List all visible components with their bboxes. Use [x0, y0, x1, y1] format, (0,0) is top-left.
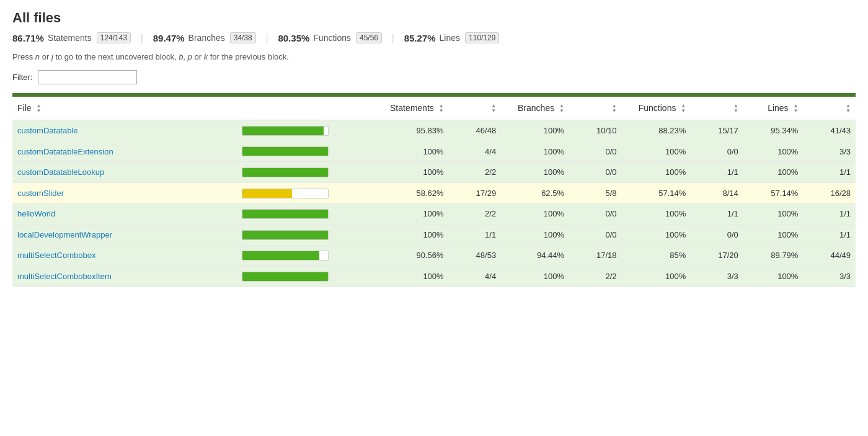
data-cell: 1/1	[691, 162, 743, 183]
data-cell: 1/1	[803, 203, 856, 225]
data-cell: 94.44%	[501, 245, 569, 266]
file-cell: helloWorld	[12, 203, 237, 225]
progress-bar-cell	[237, 182, 371, 203]
file-link[interactable]: customSlider	[17, 189, 64, 198]
col-functions[interactable]: Functions ▲▼	[622, 97, 691, 120]
progress-bar-fill	[242, 147, 328, 156]
lines-badge: 110/129	[465, 32, 499, 43]
data-cell: 2/2	[449, 162, 502, 183]
data-cell: 3/3	[803, 141, 856, 162]
page-title: All files	[12, 10, 856, 26]
file-cell: customDatatableExtension	[12, 141, 237, 162]
data-cell: 62.5%	[501, 182, 569, 203]
progress-bar-fill	[242, 127, 324, 135]
hint-text: Press n or j to go to the next uncovered…	[12, 52, 856, 61]
data-cell: 100%	[372, 266, 449, 287]
progress-bar-fill	[242, 210, 328, 218]
progress-bar-fill	[242, 231, 328, 239]
lines-pct: 85.27%	[404, 33, 436, 43]
data-cell: 88.23%	[622, 120, 691, 141]
col-func-cnt[interactable]: ▲▼	[691, 97, 743, 120]
progress-bar-fill	[242, 272, 328, 281]
progress-bar-cell	[237, 245, 371, 266]
data-cell: 100%	[622, 162, 691, 183]
summary-bar: 86.71% Statements 124/143 | 89.47% Branc…	[12, 32, 856, 43]
data-cell: 3/3	[803, 266, 856, 287]
data-cell: 2/2	[569, 266, 622, 287]
data-cell: 44/49	[803, 245, 856, 266]
data-cell: 100%	[501, 141, 569, 162]
col-stmts-cnt[interactable]: ▲▼	[449, 97, 502, 120]
data-cell: 1/1	[803, 162, 856, 183]
functions-label: Functions	[313, 33, 351, 43]
branches-label: Branches	[188, 33, 225, 43]
table-row: customDatatableExtension100%4/4100%0/010…	[12, 141, 856, 162]
data-cell: 100%	[501, 203, 569, 225]
progress-bar-fill	[242, 189, 292, 198]
file-link[interactable]: multiSelectCombobox	[17, 251, 95, 260]
data-cell: 46/48	[449, 120, 502, 141]
col-branch-cnt[interactable]: ▲▼	[569, 97, 622, 120]
data-cell: 58.62%	[372, 182, 449, 203]
file-cell: localDevelopmentWrapper	[12, 225, 237, 246]
data-cell: 100%	[372, 225, 449, 246]
functions-sort-icon: ▲▼	[681, 104, 686, 113]
data-cell: 100%	[501, 120, 569, 141]
data-cell: 1/1	[803, 225, 856, 246]
data-cell: 41/43	[803, 120, 856, 141]
table-row: multiSelectCombobox90.56%48/5394.44%17/1…	[12, 245, 856, 266]
col-lines[interactable]: Lines ▲▼	[743, 97, 804, 120]
file-cell: multiSelectComboboxItem	[12, 266, 237, 287]
progress-bar-bg	[242, 126, 329, 136]
file-link[interactable]: helloWorld	[17, 209, 55, 218]
data-cell: 4/4	[449, 266, 502, 287]
data-cell: 100%	[372, 162, 449, 183]
file-link[interactable]: multiSelectComboboxItem	[17, 272, 112, 281]
file-link[interactable]: customDatatableExtension	[17, 147, 113, 156]
data-cell: 1/1	[449, 225, 502, 246]
data-cell: 0/0	[691, 141, 743, 162]
data-cell: 100%	[622, 141, 691, 162]
filter-input[interactable]	[38, 70, 137, 84]
progress-bar-bg	[242, 251, 329, 260]
data-cell: 4/4	[449, 141, 502, 162]
data-cell: 16/28	[803, 182, 856, 203]
table-row: helloWorld100%2/2100%0/0100%1/1100%1/1	[12, 203, 856, 225]
data-cell: 100%	[622, 266, 691, 287]
col-statements[interactable]: Statements ▲▼	[372, 97, 449, 120]
progress-bar-cell	[237, 120, 371, 141]
file-link[interactable]: localDevelopmentWrapper	[17, 230, 112, 239]
file-link[interactable]: customDatatable	[17, 126, 78, 135]
data-cell: 5/8	[569, 182, 622, 203]
data-cell: 0/0	[569, 225, 622, 246]
data-cell: 89.79%	[743, 245, 804, 266]
file-cell: customSlider	[12, 182, 237, 203]
data-cell: 57.14%	[743, 182, 804, 203]
col-lines-cnt[interactable]: ▲▼	[803, 97, 856, 120]
statements-badge: 124/143	[97, 32, 131, 43]
col-bar	[237, 97, 371, 120]
data-cell: 8/14	[691, 182, 743, 203]
functions-pct: 80.35%	[278, 33, 309, 43]
data-cell: 3/3	[691, 266, 743, 287]
data-cell: 17/20	[691, 245, 743, 266]
lines-sort-icon: ▲▼	[793, 104, 798, 113]
col-branches[interactable]: Branches ▲▼	[501, 97, 569, 120]
table-row: customDatatableLookup100%2/2100%0/0100%1…	[12, 162, 856, 183]
branches-sort-icon: ▲▼	[559, 104, 564, 113]
file-sort-icon: ▲▼	[36, 104, 41, 113]
file-link[interactable]: customDatatableLookup	[17, 167, 104, 177]
progress-bar-cell	[237, 203, 371, 225]
table-row: multiSelectComboboxItem100%4/4100%2/2100…	[12, 266, 856, 287]
progress-bar-cell	[237, 141, 371, 162]
functions-badge: 45/56	[356, 32, 382, 43]
coverage-table: File ▲▼ Statements ▲▼ ▲▼ Branches ▲▼ ▲▼ …	[12, 97, 856, 287]
col-file[interactable]: File ▲▼	[12, 97, 237, 120]
data-cell: 100%	[372, 203, 449, 225]
data-cell: 0/0	[569, 162, 622, 183]
progress-bar-bg	[242, 167, 329, 177]
data-cell: 100%	[622, 225, 691, 246]
table-row: customDatatable95.83%46/48100%10/1088.23…	[12, 120, 856, 141]
statements-label: Statements	[48, 33, 92, 43]
data-cell: 100%	[743, 266, 804, 287]
